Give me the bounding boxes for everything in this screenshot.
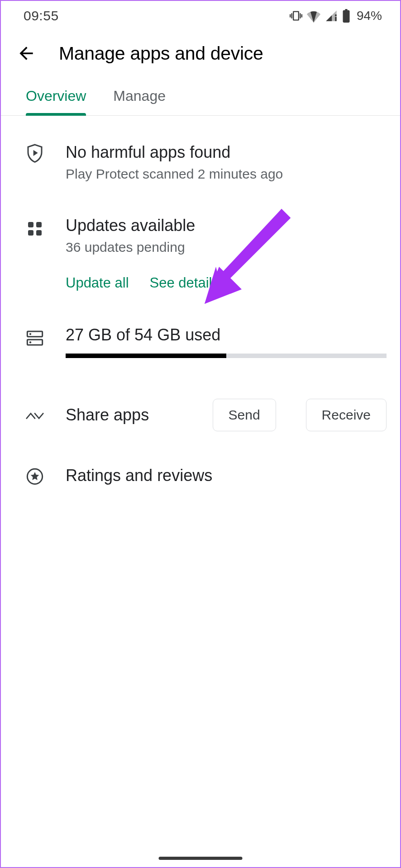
storage-progress [66, 354, 387, 358]
storage-label: 27 GB of 54 GB used [66, 326, 387, 344]
storage-icon [26, 329, 44, 347]
tab-overview[interactable]: Overview [26, 88, 86, 115]
storage-progress-fill [66, 354, 226, 358]
status-time: 09:55 [24, 8, 59, 24]
tab-manage[interactable]: Manage [113, 88, 166, 115]
svg-point-8 [29, 333, 31, 335]
receive-button[interactable]: Receive [306, 399, 387, 431]
updates-subtitle: 36 updates pending [66, 240, 387, 255]
battery-icon [342, 9, 350, 23]
home-indicator[interactable] [159, 857, 243, 860]
svg-rect-0 [335, 17, 337, 21]
svg-rect-4 [28, 230, 33, 236]
app-header: Manage apps and device [1, 28, 400, 74]
storage-section[interactable]: 27 GB of 54 GB used [26, 326, 387, 358]
updates-section: Updates available 36 updates pending Upd… [26, 216, 387, 291]
protect-subtitle: Play Protect scanned 2 minutes ago [66, 166, 387, 182]
shield-play-icon [26, 145, 44, 163]
apps-grid-icon [26, 220, 44, 238]
share-apps-title: Share apps [66, 406, 183, 425]
battery-percent: 94% [357, 9, 382, 23]
play-protect-section[interactable]: No harmful apps found Play Protect scann… [26, 143, 387, 182]
star-circle-icon [26, 467, 44, 486]
update-all-button[interactable]: Update all [66, 275, 129, 291]
signal-icon [325, 9, 338, 22]
svg-rect-5 [36, 230, 42, 236]
tabs: Overview Manage [1, 74, 400, 116]
status-icons: 94% [290, 9, 382, 23]
status-bar: 09:55 94% [1, 1, 400, 28]
content: No harmful apps found Play Protect scann… [1, 116, 400, 486]
arrow-back-icon [16, 43, 36, 63]
svg-point-1 [335, 14, 337, 16]
nearby-share-icon [26, 407, 44, 425]
svg-point-9 [29, 341, 31, 343]
vibrate-icon [290, 9, 302, 22]
back-button[interactable] [14, 42, 38, 65]
share-apps-section: Share apps Send Receive [26, 399, 387, 431]
svg-rect-3 [36, 222, 42, 227]
svg-rect-2 [28, 222, 33, 227]
protect-title: No harmful apps found [66, 143, 387, 162]
send-button[interactable]: Send [213, 399, 276, 431]
updates-title: Updates available [66, 216, 387, 235]
ratings-reviews-section[interactable]: Ratings and reviews [26, 466, 387, 486]
wifi-icon [307, 9, 320, 23]
see-details-button[interactable]: See details [150, 275, 219, 291]
page-title: Manage apps and device [59, 43, 263, 64]
ratings-title: Ratings and reviews [66, 466, 212, 485]
